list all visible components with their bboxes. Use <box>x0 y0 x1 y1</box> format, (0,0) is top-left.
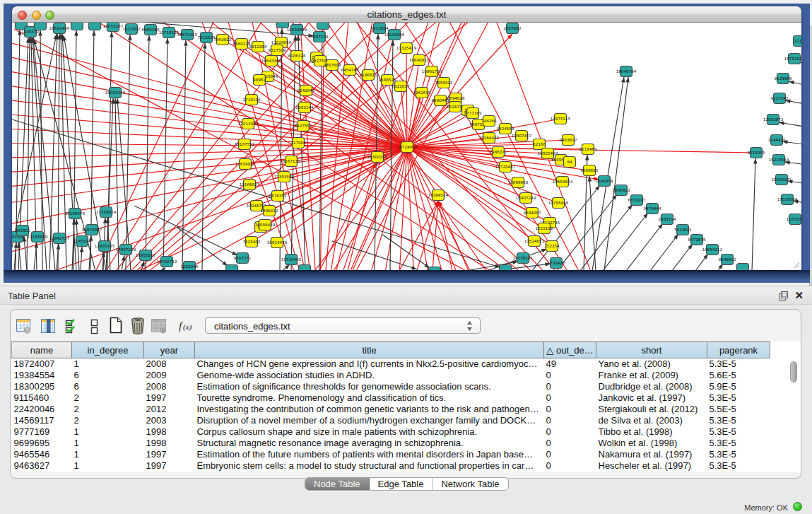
select-rows-icon[interactable] <box>65 319 77 337</box>
graph-node[interactable]: 8471676 <box>688 235 706 245</box>
graph-node[interactable]: 8186328 <box>288 51 306 62</box>
red-edge[interactable] <box>12 147 407 266</box>
table-row[interactable]: 946362711997Embryonic stem cells: a mode… <box>12 460 770 472</box>
graph-node[interactable]: 252254 <box>544 241 560 252</box>
graph-node[interactable]: 12353594 <box>274 172 295 182</box>
table-cell[interactable]: 1998 <box>144 438 195 449</box>
graph-node[interactable]: 15716485 <box>281 255 302 265</box>
graph-node[interactable]: 6966160 <box>142 25 160 35</box>
table-cell[interactable]: 9115460 <box>12 392 72 404</box>
graph-node[interactable]: 8427552 <box>295 121 312 132</box>
graph-node[interactable]: 13524851 <box>524 236 545 247</box>
graph-node[interactable] <box>89 23 101 30</box>
table-cell[interactable]: 2008 <box>144 381 195 392</box>
table-cell[interactable]: 1 <box>72 438 144 449</box>
graph-node[interactable]: 16914479 <box>267 238 288 248</box>
graph-node[interactable]: 9699695 <box>581 165 599 176</box>
graph-node[interactable]: 15751024 <box>784 54 801 64</box>
table-cell[interactable]: 1 <box>72 426 144 438</box>
graph-node[interactable]: 2867608 <box>324 60 341 71</box>
table-cell[interactable]: 9777169 <box>12 426 72 438</box>
column-header-name[interactable]: name <box>12 342 72 358</box>
graph-node[interactable]: 11325419 <box>396 43 417 54</box>
graph-node[interactable]: 1292346 <box>181 262 199 271</box>
table-cell[interactable]: 9463627 <box>12 460 72 472</box>
column-header-year[interactable]: year <box>144 342 195 358</box>
graph-node[interactable]: 746266 <box>481 116 497 127</box>
table-cell[interactable]: 6 <box>72 381 144 392</box>
graph-node[interactable]: 7986372 <box>490 147 507 158</box>
table-row[interactable]: 1872400712008Changes of HCN gene express… <box>12 358 770 370</box>
graph-node[interactable]: 8267130 <box>283 156 300 167</box>
graph-node[interactable]: 9129966 <box>775 74 792 84</box>
new-table-icon[interactable] <box>108 317 124 337</box>
column-header-short[interactable]: short <box>596 342 707 358</box>
table-cell[interactable]: 1997 <box>144 449 195 460</box>
table-cell[interactable]: Estimation of the future numbers of pati… <box>195 449 544 460</box>
graph-node[interactable] <box>500 265 512 271</box>
graph-node[interactable]: 9457771 <box>234 253 252 264</box>
table-cell[interactable]: 22420046 <box>12 404 72 415</box>
table-cell[interactable]: de Silva et al. (2003) <box>596 415 707 426</box>
table-cell[interactable]: 2 <box>72 404 144 415</box>
graph-node[interactable]: 15692971 <box>772 175 792 185</box>
table-cell[interactable]: 5.3E-5 <box>707 438 770 449</box>
table-cell[interactable]: Hescheler et al. (1997) <box>596 460 707 472</box>
graph-node[interactable]: 1167533 <box>787 214 801 225</box>
table-cell[interactable]: Corpus callosum shape and size in male p… <box>195 426 544 438</box>
graph-node[interactable]: 1621072 <box>447 102 464 112</box>
graph-node[interactable]: 19166827 <box>240 180 260 190</box>
graph-node[interactable]: 19756928 <box>548 198 569 209</box>
table-cell[interactable]: 5.6E-5 <box>707 370 770 381</box>
graph-node[interactable]: 98961 <box>253 75 266 86</box>
red-edge[interactable] <box>319 163 375 270</box>
table-cell[interactable]: Stergiakouli et al. (2012) <box>596 404 707 415</box>
column-header-out_de[interactable]: △ out_de… <box>544 342 596 358</box>
column-header-title[interactable]: title <box>195 342 544 358</box>
table-cell[interactable]: 0 <box>544 392 596 404</box>
graph-node[interactable]: 1733426 <box>548 258 565 269</box>
graph-node[interactable]: 1527602 <box>123 24 141 35</box>
graph-node[interactable]: 16782759 <box>157 257 177 267</box>
graph-node[interactable]: 19218506 <box>384 30 405 40</box>
table-cell[interactable]: 5.3E-5 <box>707 449 770 460</box>
table-cell[interactable]: 2012 <box>144 404 195 415</box>
column-header-in_degree[interactable]: in_degree <box>72 342 144 358</box>
table-row[interactable]: 946554611997Estimation of the future num… <box>12 449 770 460</box>
graph-node[interactable]: 12975115 <box>551 114 571 124</box>
table-cell[interactable]: Disruption of a novel member of a sodium… <box>195 415 544 426</box>
table-cell[interactable]: 5.3E-5 <box>707 415 770 426</box>
table-cell[interactable]: 1998 <box>144 426 195 438</box>
graph-node[interactable]: 1498222 <box>261 206 278 216</box>
graph-node[interactable]: 2935114 <box>659 214 676 225</box>
table-cell[interactable]: Jankovic et al. (1997) <box>596 392 707 404</box>
graph-node[interactable]: 17654925 <box>235 159 256 170</box>
table-cell[interactable]: Tourette syndrome. Phenomenology and cla… <box>195 392 544 404</box>
table-row[interactable]: 1830029562008Estimation of significance … <box>12 381 770 392</box>
table-cell[interactable]: 1 <box>72 460 144 472</box>
table-cell[interactable]: Embryonic stem cells: a model to study s… <box>195 460 544 472</box>
table-cell[interactable]: Franke et al. (2009) <box>596 370 707 381</box>
resize-grip-icon[interactable] <box>793 262 800 269</box>
graph-node[interactable]: 10688609 <box>508 177 529 188</box>
graph-node[interactable]: 16640910 <box>409 55 430 66</box>
table-row[interactable]: 1456911722003Disruption of a novel membe… <box>12 415 770 426</box>
graph-node[interactable]: 3624554 <box>497 124 514 134</box>
table-cell[interactable]: 1997 <box>144 392 195 404</box>
table-cell[interactable]: 0 <box>544 370 596 381</box>
table-cell[interactable]: 2 <box>72 392 144 404</box>
graph-node[interactable] <box>317 23 329 30</box>
table-cell[interactable]: Estimation of significance thresholds fo… <box>195 381 544 392</box>
graph-node[interactable]: 7663822 <box>214 35 232 45</box>
table-scrollbar-thumb[interactable] <box>790 361 797 382</box>
graph-node[interactable]: 8678352 <box>269 191 287 201</box>
table-cell[interactable]: 1997 <box>144 460 195 472</box>
graph-node[interactable]: 2718126 <box>243 95 261 105</box>
table-cell[interactable]: 49 <box>544 358 596 370</box>
table-cell[interactable]: 2009 <box>144 370 195 381</box>
black-edge[interactable] <box>752 158 755 270</box>
graph-node[interactable]: 8215955 <box>748 148 765 158</box>
table-cell[interactable]: 5.9E-5 <box>707 381 770 392</box>
table-cell[interactable]: 0 <box>544 381 596 392</box>
graph-node[interactable] <box>71 23 83 30</box>
